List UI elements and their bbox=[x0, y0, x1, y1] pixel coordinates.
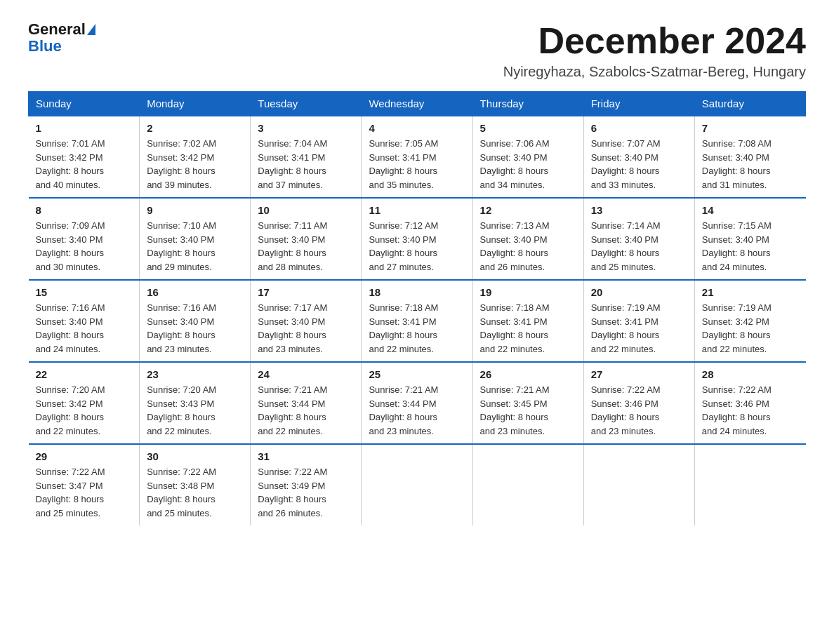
day-number: 31 bbox=[258, 450, 354, 462]
logo-general-text: General bbox=[28, 21, 86, 38]
day-info: Sunrise: 7:17 AM Sunset: 3:40 PM Dayligh… bbox=[258, 301, 354, 356]
day-info: Sunrise: 7:19 AM Sunset: 3:41 PM Dayligh… bbox=[591, 301, 687, 356]
calendar-day-cell: 13Sunrise: 7:14 AM Sunset: 3:40 PM Dayli… bbox=[583, 198, 694, 280]
calendar-day-cell: 5Sunrise: 7:06 AM Sunset: 3:40 PM Daylig… bbox=[472, 116, 583, 198]
day-info: Sunrise: 7:18 AM Sunset: 3:41 PM Dayligh… bbox=[480, 301, 576, 356]
day-info: Sunrise: 7:22 AM Sunset: 3:46 PM Dayligh… bbox=[591, 383, 687, 438]
calendar-day-cell bbox=[472, 444, 583, 525]
day-number: 4 bbox=[369, 122, 465, 134]
calendar-day-cell: 17Sunrise: 7:17 AM Sunset: 3:40 PM Dayli… bbox=[251, 280, 362, 362]
day-info: Sunrise: 7:21 AM Sunset: 3:45 PM Dayligh… bbox=[480, 383, 576, 438]
calendar-day-cell: 8Sunrise: 7:09 AM Sunset: 3:40 PM Daylig… bbox=[29, 198, 140, 280]
day-info: Sunrise: 7:07 AM Sunset: 3:40 PM Dayligh… bbox=[591, 137, 687, 192]
day-info: Sunrise: 7:02 AM Sunset: 3:42 PM Dayligh… bbox=[147, 137, 243, 192]
calendar-day-cell: 9Sunrise: 7:10 AM Sunset: 3:40 PM Daylig… bbox=[140, 198, 251, 280]
day-info: Sunrise: 7:06 AM Sunset: 3:40 PM Dayligh… bbox=[480, 137, 576, 192]
calendar-day-cell: 16Sunrise: 7:16 AM Sunset: 3:40 PM Dayli… bbox=[140, 280, 251, 362]
calendar-day-cell: 26Sunrise: 7:21 AM Sunset: 3:45 PM Dayli… bbox=[472, 362, 583, 444]
calendar-day-cell: 29Sunrise: 7:22 AM Sunset: 3:47 PM Dayli… bbox=[29, 444, 140, 525]
calendar-day-cell: 18Sunrise: 7:18 AM Sunset: 3:41 PM Dayli… bbox=[362, 280, 472, 362]
day-info: Sunrise: 7:13 AM Sunset: 3:40 PM Dayligh… bbox=[480, 219, 576, 274]
calendar-day-cell: 25Sunrise: 7:21 AM Sunset: 3:44 PM Dayli… bbox=[362, 362, 472, 444]
day-number: 17 bbox=[258, 286, 354, 298]
day-info: Sunrise: 7:21 AM Sunset: 3:44 PM Dayligh… bbox=[369, 383, 465, 438]
day-info: Sunrise: 7:22 AM Sunset: 3:46 PM Dayligh… bbox=[702, 383, 799, 438]
calendar-header-row: SundayMondayTuesdayWednesdayThursdayFrid… bbox=[29, 92, 806, 116]
day-info: Sunrise: 7:22 AM Sunset: 3:47 PM Dayligh… bbox=[36, 465, 133, 520]
day-info: Sunrise: 7:22 AM Sunset: 3:48 PM Dayligh… bbox=[147, 465, 243, 520]
calendar-day-cell: 14Sunrise: 7:15 AM Sunset: 3:40 PM Dayli… bbox=[694, 198, 805, 280]
day-info: Sunrise: 7:16 AM Sunset: 3:40 PM Dayligh… bbox=[147, 301, 243, 356]
calendar-day-cell: 1Sunrise: 7:01 AM Sunset: 3:42 PM Daylig… bbox=[29, 116, 140, 198]
day-number: 28 bbox=[702, 368, 799, 380]
day-info: Sunrise: 7:09 AM Sunset: 3:40 PM Dayligh… bbox=[36, 219, 133, 274]
day-number: 15 bbox=[36, 286, 133, 298]
day-info: Sunrise: 7:16 AM Sunset: 3:40 PM Dayligh… bbox=[36, 301, 133, 356]
day-number: 23 bbox=[147, 368, 243, 380]
day-number: 11 bbox=[369, 204, 465, 216]
day-number: 9 bbox=[147, 204, 243, 216]
calendar-day-cell: 3Sunrise: 7:04 AM Sunset: 3:41 PM Daylig… bbox=[251, 116, 362, 198]
calendar-day-cell: 4Sunrise: 7:05 AM Sunset: 3:41 PM Daylig… bbox=[362, 116, 472, 198]
calendar-week-row: 22Sunrise: 7:20 AM Sunset: 3:42 PM Dayli… bbox=[29, 362, 806, 444]
calendar-day-cell: 19Sunrise: 7:18 AM Sunset: 3:41 PM Dayli… bbox=[472, 280, 583, 362]
location-subtitle: Nyiregyhaza, Szabolcs-Szatmar-Bereg, Hun… bbox=[503, 64, 806, 80]
day-info: Sunrise: 7:04 AM Sunset: 3:41 PM Dayligh… bbox=[258, 137, 354, 192]
logo-triangle-icon bbox=[87, 24, 95, 35]
calendar-day-cell: 20Sunrise: 7:19 AM Sunset: 3:41 PM Dayli… bbox=[583, 280, 694, 362]
day-number: 1 bbox=[36, 122, 133, 134]
logo: General Blue bbox=[28, 21, 95, 55]
day-number: 25 bbox=[369, 368, 465, 380]
calendar-day-cell bbox=[694, 444, 805, 525]
day-number: 22 bbox=[36, 368, 133, 380]
day-number: 7 bbox=[702, 122, 799, 134]
day-info: Sunrise: 7:05 AM Sunset: 3:41 PM Dayligh… bbox=[369, 137, 465, 192]
calendar-day-cell bbox=[583, 444, 694, 525]
day-number: 5 bbox=[480, 122, 576, 134]
day-number: 21 bbox=[702, 286, 799, 298]
day-number: 19 bbox=[480, 286, 576, 298]
calendar-day-cell: 15Sunrise: 7:16 AM Sunset: 3:40 PM Dayli… bbox=[29, 280, 140, 362]
day-number: 20 bbox=[591, 286, 687, 298]
day-number: 26 bbox=[480, 368, 576, 380]
day-number: 24 bbox=[258, 368, 354, 380]
calendar-table: SundayMondayTuesdayWednesdayThursdayFrid… bbox=[28, 91, 806, 525]
calendar-day-cell bbox=[362, 444, 472, 525]
weekday-header-tuesday: Tuesday bbox=[251, 92, 362, 116]
day-number: 2 bbox=[147, 122, 243, 134]
day-info: Sunrise: 7:14 AM Sunset: 3:40 PM Dayligh… bbox=[591, 219, 687, 274]
day-number: 10 bbox=[258, 204, 354, 216]
day-number: 8 bbox=[36, 204, 133, 216]
day-info: Sunrise: 7:22 AM Sunset: 3:49 PM Dayligh… bbox=[258, 465, 354, 520]
day-info: Sunrise: 7:20 AM Sunset: 3:43 PM Dayligh… bbox=[147, 383, 243, 438]
day-info: Sunrise: 7:11 AM Sunset: 3:40 PM Dayligh… bbox=[258, 219, 354, 274]
calendar-day-cell: 24Sunrise: 7:21 AM Sunset: 3:44 PM Dayli… bbox=[251, 362, 362, 444]
calendar-day-cell: 22Sunrise: 7:20 AM Sunset: 3:42 PM Dayli… bbox=[29, 362, 140, 444]
day-number: 29 bbox=[36, 450, 133, 462]
calendar-day-cell: 31Sunrise: 7:22 AM Sunset: 3:49 PM Dayli… bbox=[251, 444, 362, 525]
weekday-header-wednesday: Wednesday bbox=[362, 92, 472, 116]
day-number: 16 bbox=[147, 286, 243, 298]
day-info: Sunrise: 7:01 AM Sunset: 3:42 PM Dayligh… bbox=[36, 137, 133, 192]
logo-blue-text: Blue bbox=[28, 37, 62, 55]
calendar-week-row: 15Sunrise: 7:16 AM Sunset: 3:40 PM Dayli… bbox=[29, 280, 806, 362]
calendar-day-cell: 7Sunrise: 7:08 AM Sunset: 3:40 PM Daylig… bbox=[694, 116, 805, 198]
calendar-week-row: 8Sunrise: 7:09 AM Sunset: 3:40 PM Daylig… bbox=[29, 198, 806, 280]
calendar-week-row: 29Sunrise: 7:22 AM Sunset: 3:47 PM Dayli… bbox=[29, 444, 806, 525]
day-info: Sunrise: 7:19 AM Sunset: 3:42 PM Dayligh… bbox=[702, 301, 799, 356]
day-number: 13 bbox=[591, 204, 687, 216]
day-info: Sunrise: 7:20 AM Sunset: 3:42 PM Dayligh… bbox=[36, 383, 133, 438]
month-title: December 2024 bbox=[503, 21, 806, 61]
day-info: Sunrise: 7:08 AM Sunset: 3:40 PM Dayligh… bbox=[702, 137, 799, 192]
day-number: 18 bbox=[369, 286, 465, 298]
calendar-day-cell: 30Sunrise: 7:22 AM Sunset: 3:48 PM Dayli… bbox=[140, 444, 251, 525]
calendar-day-cell: 12Sunrise: 7:13 AM Sunset: 3:40 PM Dayli… bbox=[472, 198, 583, 280]
calendar-day-cell: 27Sunrise: 7:22 AM Sunset: 3:46 PM Dayli… bbox=[583, 362, 694, 444]
day-number: 12 bbox=[480, 204, 576, 216]
day-number: 14 bbox=[702, 204, 799, 216]
weekday-header-friday: Friday bbox=[583, 92, 694, 116]
day-info: Sunrise: 7:10 AM Sunset: 3:40 PM Dayligh… bbox=[147, 219, 243, 274]
weekday-header-sunday: Sunday bbox=[29, 92, 140, 116]
calendar-week-row: 1Sunrise: 7:01 AM Sunset: 3:42 PM Daylig… bbox=[29, 116, 806, 198]
calendar-day-cell: 10Sunrise: 7:11 AM Sunset: 3:40 PM Dayli… bbox=[251, 198, 362, 280]
